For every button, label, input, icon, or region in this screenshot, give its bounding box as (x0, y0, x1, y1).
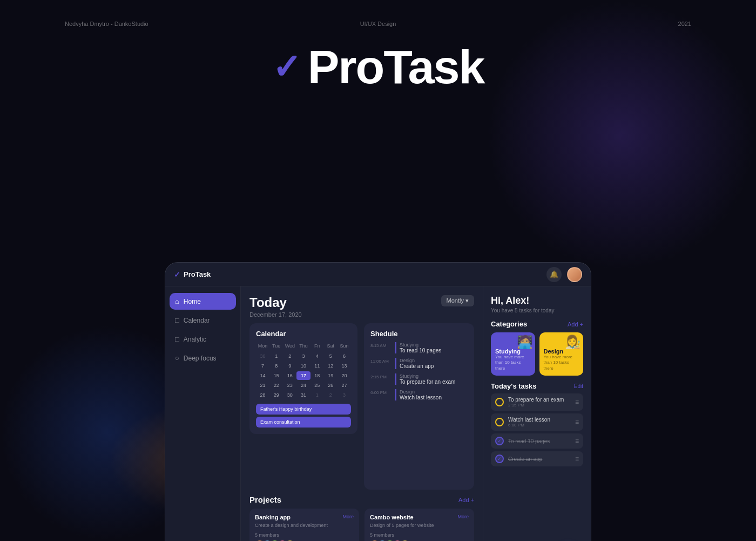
task-info: Create an app (508, 456, 571, 462)
calendar-events: Father's Happy birthday Exam consultatio… (256, 404, 351, 428)
cal-cell[interactable]: 3 (338, 391, 351, 399)
projects-section: Projects Add + Banking app More Create a… (241, 490, 483, 541)
cal-cell[interactable]: 29 (269, 391, 283, 399)
notification-bell-button[interactable]: 🔔 (546, 267, 562, 282)
schedule-category: Studying (400, 373, 468, 379)
cal-hdr-tue: Tue (269, 342, 283, 350)
schedule-items: 8:15 AM Studying To read 10 pages 11:00 … (370, 342, 468, 400)
app-topbar-right: 🔔 (546, 267, 582, 282)
cal-week-3: 14 15 16 17 18 19 20 (256, 371, 351, 380)
categories-add-button[interactable]: Add + (568, 321, 583, 328)
task-item[interactable]: ✓ Create an app ≡ (491, 451, 583, 466)
category-sub: You have more than 10 tasks there (544, 355, 579, 371)
cal-cell[interactable]: 26 (324, 381, 338, 390)
cal-cell[interactable]: 24 (296, 381, 310, 390)
app-body: ⌂ Home □ Calendar □ Analytic ○ Deep focu… (165, 286, 591, 541)
cal-cell[interactable]: 3 (296, 352, 310, 360)
sidebar-item-home[interactable]: ⌂ Home (170, 293, 236, 310)
cal-cell[interactable]: 2 (324, 391, 338, 399)
task-menu-icon[interactable]: ≡ (575, 455, 579, 463)
task-name: Watch last lesson (508, 417, 571, 423)
task-menu-icon[interactable]: ≡ (575, 418, 579, 426)
cal-cell[interactable]: 21 (256, 381, 269, 390)
cal-cell[interactable]: 1 (269, 352, 283, 360)
schedule-category: Design (400, 389, 468, 395)
task-item[interactable]: Watch last lesson 6:00 PM ≡ (491, 413, 583, 431)
cal-cell[interactable]: 14 (256, 371, 269, 380)
user-avatar[interactable] (567, 267, 582, 282)
calendar-icon: □ (175, 316, 179, 324)
cal-cell[interactable]: 30 (283, 391, 296, 399)
cal-cell[interactable]: 23 (283, 381, 296, 390)
cal-cell[interactable]: 7 (256, 362, 269, 370)
calendar-widget: Calendar Mon Tue Wed Thu Fri Sat Sun (249, 323, 357, 434)
project-members-label: 5 members (255, 532, 354, 538)
sidebar-item-calendar[interactable]: □ Calendar (170, 312, 236, 329)
cal-week-2: 7 8 9 10 11 12 13 (256, 362, 351, 370)
project-more-button[interactable]: More (457, 514, 469, 519)
meta-right: 2021 (678, 21, 691, 27)
schedule-content: Studying To prepare for an exam (395, 373, 468, 385)
cal-cell[interactable]: 13 (338, 362, 351, 370)
cal-cell[interactable]: 27 (338, 381, 351, 390)
category-card-studying[interactable]: 🧑‍💻 Studying You have more than 10 tasks… (491, 332, 535, 376)
sidebar-item-deepfocus-label: Deep focus (184, 355, 217, 362)
cal-cell[interactable]: 5 (324, 352, 338, 360)
cal-cell[interactable]: 28 (256, 391, 269, 399)
cal-cell[interactable]: 6 (338, 352, 351, 360)
tasks-edit-button[interactable]: Edit (574, 383, 583, 389)
cal-cell[interactable]: 22 (269, 381, 283, 390)
app-topbar: ✓ ProTask 🔔 (165, 263, 591, 286)
cal-cell[interactable]: 31 (296, 391, 310, 399)
design-illustration: 👩‍🎨 (565, 335, 581, 350)
project-more-button[interactable]: More (342, 514, 354, 519)
project-card-banking: Banking app More Create a design and dev… (249, 509, 359, 541)
right-panel: Hi, Alex! You have 5 tasks for today Cat… (483, 286, 591, 541)
calendar-grid: Mon Tue Wed Thu Fri Sat Sun (256, 342, 351, 399)
task-item[interactable]: ✓ To read 10 pages ≡ (491, 433, 583, 449)
task-menu-icon[interactable]: ≡ (575, 437, 579, 445)
checkmark-icon: ✓ (497, 456, 502, 462)
calendar-event[interactable]: Exam consultation (256, 417, 351, 428)
projects-header: Projects Add + (249, 495, 474, 504)
sidebar-spacer (170, 369, 236, 541)
cal-cell[interactable]: 25 (310, 381, 324, 390)
category-card-design[interactable]: 👩‍🎨 Design You have more than 10 tasks t… (539, 332, 584, 376)
task-menu-icon[interactable]: ≡ (575, 398, 579, 406)
sidebar-item-deepfocus[interactable]: ○ Deep focus (170, 350, 236, 366)
cal-cell[interactable]: 15 (269, 371, 283, 380)
calendar-event[interactable]: Father's Happy birthday (256, 404, 351, 415)
schedule-item: 8:15 AM Studying To read 10 pages (370, 342, 468, 353)
cal-cell[interactable]: 12 (324, 362, 338, 370)
cal-cell[interactable]: 11 (310, 362, 324, 370)
cal-cell-today[interactable]: 17 (296, 371, 310, 380)
project-name: Cambo website (370, 514, 414, 520)
cal-cell[interactable]: 16 (283, 371, 296, 380)
sidebar-item-analytic-label: Analytic (184, 336, 206, 343)
home-icon: ⌂ (175, 297, 179, 305)
category-sub: You have more than 10 tasks there (495, 355, 531, 371)
app-logo: ✓ ProTask (174, 270, 211, 279)
cal-cell[interactable]: 8 (269, 362, 283, 370)
cal-cell[interactable]: 30 (256, 352, 269, 360)
cal-cell[interactable]: 19 (324, 371, 338, 380)
sidebar-item-analytic[interactable]: □ Analytic (170, 331, 236, 348)
cal-cell[interactable]: 1 (310, 391, 324, 399)
cal-cell[interactable]: 4 (310, 352, 324, 360)
cal-cell[interactable]: 20 (338, 371, 351, 380)
cal-cell[interactable]: 18 (310, 371, 324, 380)
cal-hdr-sun: Sun (338, 342, 351, 350)
cal-cell[interactable]: 2 (283, 352, 296, 360)
schedule-item: 6:00 PM Design Watch last lesson (370, 389, 468, 400)
studying-illustration: 🧑‍💻 (517, 335, 533, 350)
task-circle (495, 418, 504, 426)
monthly-dropdown[interactable]: Montly ▾ (441, 295, 474, 306)
schedule-time: 11:00 AM (370, 359, 391, 364)
schedule-time: 8:15 AM (370, 343, 391, 348)
task-item[interactable]: To prepare for an exam 2:15 PM ≡ (491, 393, 583, 411)
project-card-header: Cambo website More (370, 514, 469, 520)
cal-cell[interactable]: 9 (283, 362, 296, 370)
cal-cell[interactable]: 10 (296, 362, 310, 370)
projects-add-button[interactable]: Add + (458, 497, 474, 503)
tasks-title: Today's tasks (491, 382, 537, 390)
